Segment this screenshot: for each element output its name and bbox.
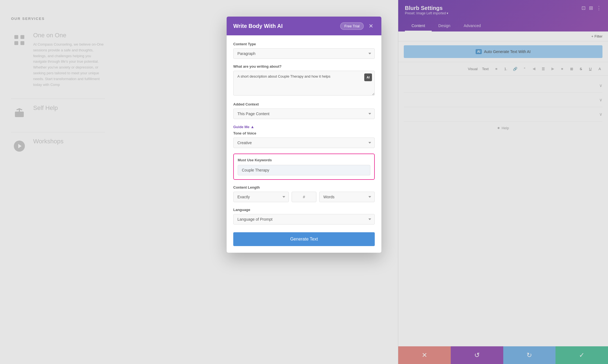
length-number-input[interactable] [292, 192, 316, 202]
ai-modal-title: Write Body With AI [233, 23, 283, 29]
content-length-row: Exactly At Least At Most Words Character… [233, 192, 375, 202]
ai-modal-header-right: Free Trial ✕ [340, 22, 375, 30]
language-label: Language [233, 208, 375, 212]
guide-me-link[interactable]: Guide Me ▲ [233, 125, 375, 129]
content-type-label: Content Type [233, 42, 375, 46]
tone-select[interactable]: Creative Professional Casual Formal [233, 138, 375, 148]
ai-modal-header: Write Body With AI Free Trial ✕ [227, 17, 381, 35]
writing-about-wrapper: A short description about Couple Therapy… [233, 71, 375, 97]
length-type-select[interactable]: Exactly At Least At Most [233, 192, 289, 202]
keywords-section: Must Use Keywords [233, 154, 375, 180]
tone-label: Tone of Voice [233, 131, 375, 135]
content-type-group: Content Type Paragraph List Heading [233, 42, 375, 59]
close-modal-button[interactable]: ✕ [367, 22, 375, 30]
writing-about-group: What are you writing about? A short desc… [233, 64, 375, 97]
free-trial-badge: Free Trial [340, 22, 364, 30]
guide-me-arrow: ▲ [251, 125, 255, 129]
content-length-label: Content Length [233, 185, 375, 189]
modal-overlay: Write Body With AI Free Trial ✕ Content … [0, 0, 608, 364]
language-group: Language Language of Prompt English Span… [233, 208, 375, 225]
content-length-group: Content Length Exactly At Least At Most … [233, 185, 375, 202]
tone-group: Guide Me ▲ Tone of Voice Creative Profes… [233, 125, 375, 148]
writing-about-label: What are you writing about? [233, 64, 375, 68]
ai-modal-body: Content Type Paragraph List Heading What… [227, 35, 381, 253]
keywords-input[interactable] [238, 165, 370, 175]
generate-text-button[interactable]: Generate Text [233, 232, 375, 246]
keywords-label: Must Use Keywords [238, 158, 370, 162]
content-type-select[interactable]: Paragraph List Heading [233, 48, 375, 59]
language-select[interactable]: Language of Prompt English Spanish Frenc… [233, 214, 375, 225]
length-unit-select[interactable]: Words Characters Sentences [319, 192, 375, 202]
ai-modal: Write Body With AI Free Trial ✕ Content … [227, 17, 381, 253]
added-context-group: Added Context This Page Content None Cus… [233, 102, 375, 119]
guide-me-label: Guide Me [233, 125, 250, 129]
added-context-select[interactable]: This Page Content None Custom [233, 109, 375, 119]
writing-about-textarea[interactable]: A short description about Couple Therapy… [233, 71, 375, 96]
added-context-label: Added Context [233, 102, 375, 106]
ai-badge-icon: AI [364, 73, 372, 81]
